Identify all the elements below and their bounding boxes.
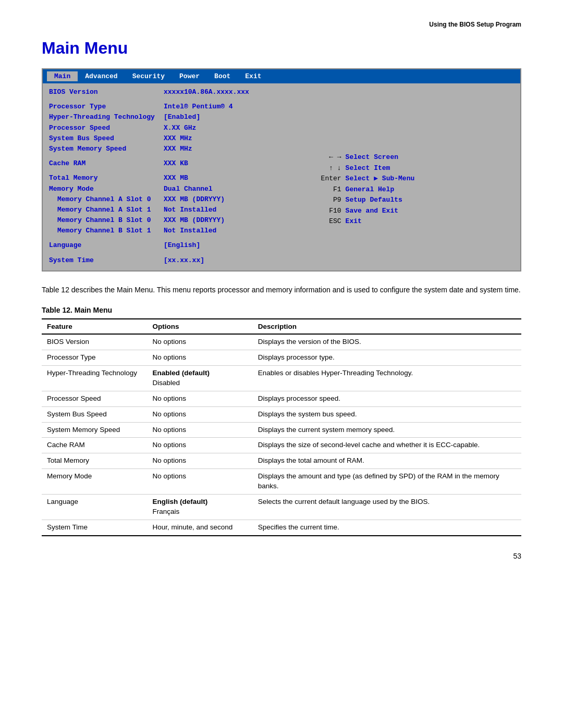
table-row: System Bus SpeedNo optionsDisplays the s… — [42, 406, 521, 422]
bios-menu-advanced[interactable]: Advanced — [78, 71, 125, 81]
bios-row-mem-ch-a-slot1: Memory Channel A Slot 1 Not Installed — [49, 205, 305, 215]
cell-feature: Processor Type — [42, 350, 147, 366]
bios-row-language: Language [English] — [49, 241, 305, 250]
bios-row-processor-speed: Processor Speed X.XX GHz — [49, 124, 305, 133]
bios-row-mem-ch-a-slot0: Memory Channel A Slot 0 XXX MB (DDRYYY) — [49, 195, 305, 204]
bios-label-processor-speed: Processor Speed — [49, 124, 164, 133]
bios-help-p9: P9 Setup Defaults — [310, 195, 514, 205]
bios-label-memory-mode: Memory Mode — [49, 184, 164, 194]
bios-row-total-memory: Total Memory XXX MB — [49, 174, 305, 183]
table-row: System TimeHour, minute, and secondSpeci… — [42, 520, 521, 535]
cell-description: Specifies the current time. — [253, 520, 521, 535]
bios-value-system-time: [xx.xx.xx] — [164, 256, 204, 265]
bios-desc-select-submenu: Select ▶ Sub-Menu — [346, 174, 415, 184]
bios-help-enter: Enter Select ▶ Sub-Menu — [310, 174, 514, 184]
bios-content: BIOS Version xxxxx10A.86A.xxxx.xxx Proce… — [43, 83, 520, 270]
bios-menu-power[interactable]: Power — [172, 71, 207, 81]
bios-row-hyper-threading: Hyper-Threading Technology [Enabled] — [49, 113, 305, 122]
cell-description: Displays processor type. — [253, 350, 521, 366]
table-row: Memory ModeNo optionsDisplays the amount… — [42, 469, 521, 495]
bios-screen: Main Advanced Security Power Boot Exit B… — [42, 68, 521, 272]
main-menu-table: Feature Options Description BIOS Version… — [42, 318, 521, 536]
bios-value-bios-version: xxxxx10A.86A.xxxx.xxx — [164, 88, 249, 97]
bios-desc-save-exit: Save and Exit — [346, 206, 398, 216]
cell-feature: Total Memory — [42, 453, 147, 469]
bios-value-system-bus-speed: XXX MHz — [164, 134, 192, 143]
cell-options: No options — [147, 438, 252, 453]
bios-menu-security[interactable]: Security — [125, 71, 172, 81]
bios-value-processor-speed: X.XX GHz — [164, 124, 196, 133]
cell-feature: Processor Speed — [42, 391, 147, 406]
bios-help-f1: F1 General Help — [310, 184, 514, 195]
bios-row-memory-mode: Memory Mode Dual Channel — [49, 184, 305, 194]
bios-menu-main[interactable]: Main — [47, 71, 78, 81]
cell-feature: BIOS Version — [42, 334, 147, 350]
bios-label-cache-ram: Cache RAM — [49, 159, 164, 168]
bios-value-cache-ram: XXX KB — [164, 159, 188, 168]
bios-value-mem-ch-a-slot0: XXX MB (DDRYYY) — [164, 195, 225, 204]
cell-feature: Memory Mode — [42, 469, 147, 495]
cell-description: Displays processor speed. — [253, 391, 521, 406]
bios-value-mem-ch-a-slot1: Not Installed — [164, 205, 216, 215]
table-row: System Memory SpeedNo optionsDisplays th… — [42, 422, 521, 438]
bios-value-total-memory: XXX MB — [164, 174, 188, 183]
bios-help-panel: ← → Select Screen ↑ ↓ Select Item Enter … — [310, 90, 514, 227]
bios-menu-exit[interactable]: Exit — [238, 71, 268, 81]
bios-key-p9: P9 — [310, 195, 341, 205]
cell-feature: System Bus Speed — [42, 406, 147, 422]
cell-options: English (default)Français — [147, 495, 252, 520]
bios-menu-boot[interactable]: Boot — [207, 71, 238, 81]
table-title: Table 12. Main Menu — [42, 306, 521, 314]
bios-menu-bar: Main Advanced Security Power Boot Exit — [43, 69, 520, 83]
bios-value-language: [English] — [164, 241, 200, 250]
bios-label-system-bus-speed: System Bus Speed — [49, 134, 164, 143]
cell-options: Hour, minute, and second — [147, 520, 252, 535]
cell-description: Displays the version of the BIOS. — [253, 334, 521, 350]
bios-row-bios-version: BIOS Version xxxxx10A.86A.xxxx.xxx — [49, 88, 305, 97]
cell-feature: Cache RAM — [42, 438, 147, 453]
bios-value-system-memory-speed: XXX MHz — [164, 144, 192, 154]
cell-description: Displays the current system memory speed… — [253, 422, 521, 438]
table-row: LanguageEnglish (default)FrançaisSelects… — [42, 495, 521, 520]
cell-options: Enabled (default)Disabled — [147, 365, 252, 391]
bios-key-f10: F10 — [310, 206, 341, 216]
bios-row-system-time: System Time [xx.xx.xx] — [49, 256, 305, 265]
cell-options: No options — [147, 391, 252, 406]
bios-key-esc: ESC — [310, 216, 341, 227]
bios-right-panel: ← → Select Screen ↑ ↓ Select Item Enter … — [305, 88, 514, 266]
cell-options: No options — [147, 406, 252, 422]
header-right-text: Using the BIOS Setup Program — [42, 21, 521, 28]
bios-value-processor-type: Intel® Pentium® 4 — [164, 102, 233, 112]
bios-desc-setup-defaults: Setup Defaults — [346, 195, 402, 205]
cell-options: No options — [147, 350, 252, 366]
col-header-feature: Feature — [42, 319, 147, 334]
cell-description: Selects the current default language use… — [253, 495, 521, 520]
page-title: Main Menu — [42, 39, 521, 58]
cell-options: No options — [147, 469, 252, 495]
bios-help-ud-arrows: ↑ ↓ Select Item — [310, 163, 514, 174]
bios-key-ud-arrows: ↑ ↓ — [310, 163, 341, 174]
cell-feature: System Memory Speed — [42, 422, 147, 438]
bios-left-panel: BIOS Version xxxxx10A.86A.xxxx.xxx Proce… — [49, 88, 305, 266]
table-row: BIOS VersionNo optionsDisplays the versi… — [42, 334, 521, 350]
bios-row-mem-ch-b-slot0: Memory Channel B Slot 0 XXX MB (DDRYYY) — [49, 216, 305, 225]
page-number: 53 — [42, 552, 521, 560]
bios-value-memory-mode: Dual Channel — [164, 184, 213, 194]
bios-label-processor-type: Processor Type — [49, 102, 164, 112]
bios-label-hyper-threading: Hyper-Threading Technology — [49, 113, 164, 122]
bios-row-system-bus-speed: System Bus Speed XXX MHz — [49, 134, 305, 143]
bios-desc-general-help: General Help — [346, 184, 395, 195]
cell-description: Displays the amount and type (as defined… — [253, 469, 521, 495]
cell-feature: Hyper-Threading Technology — [42, 365, 147, 391]
table-row: Cache RAMNo optionsDisplays the size of … — [42, 438, 521, 453]
bios-help-f10: F10 Save and Exit — [310, 206, 514, 216]
bios-desc-select-screen: Select Screen — [346, 152, 398, 163]
cell-description: Displays the total amount of RAM. — [253, 453, 521, 469]
bios-help-esc: ESC Exit — [310, 216, 514, 227]
bios-label-total-memory: Total Memory — [49, 174, 164, 183]
bios-label-system-memory-speed: System Memory Speed — [49, 144, 164, 154]
table-row: Processor SpeedNo optionsDisplays proces… — [42, 391, 521, 406]
bios-help-arrows: ← → Select Screen — [310, 152, 514, 163]
bios-label-mem-ch-b-slot1: Memory Channel B Slot 1 — [49, 226, 164, 236]
bios-key-lr-arrows: ← → — [310, 152, 341, 163]
